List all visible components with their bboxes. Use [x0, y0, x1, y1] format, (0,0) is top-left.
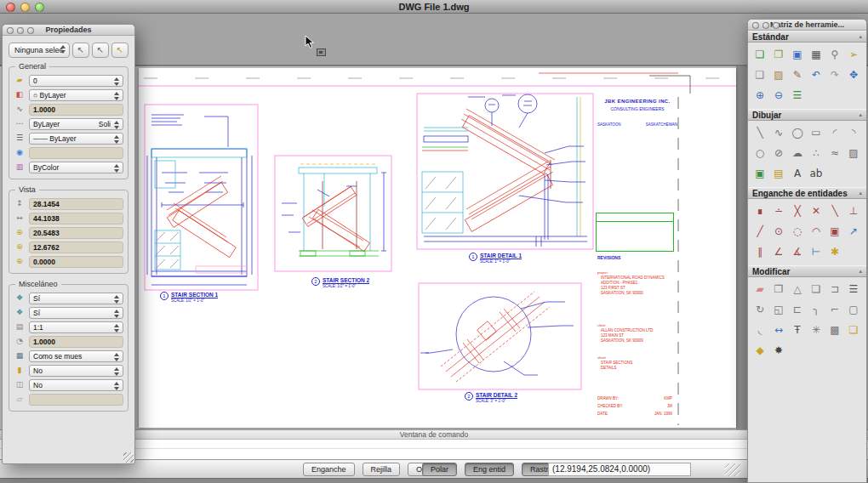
selection-filter-select[interactable]: Ninguna selec	[9, 43, 70, 58]
properties-panel-titlebar[interactable]: Propiedades	[3, 25, 134, 36]
zoom-out-icon[interactable]: ⊖	[769, 85, 788, 105]
stretch-tool-icon[interactable]: ⊏	[788, 299, 807, 320]
hatch-tool-icon[interactable]: ▨	[844, 143, 863, 163]
panel-close-icon[interactable]	[752, 22, 759, 29]
section-header-estandar[interactable]: Estándar	[748, 31, 866, 43]
linetype-select[interactable]: ByLayer Soli	[29, 118, 123, 130]
section-header-enganche[interactable]: Enganche de entidades	[748, 187, 866, 199]
image-tool-icon[interactable]: ▤	[769, 163, 788, 184]
plot-color-select[interactable]: ByColor	[29, 162, 123, 173]
ucs-icon-on-select[interactable]: Sí	[29, 293, 123, 304]
print-preview-icon[interactable]: ⚲	[825, 44, 844, 65]
extend-tool-icon[interactable]: ✳	[807, 320, 825, 340]
print-icon[interactable]: ▦	[807, 44, 825, 65]
erase-tool-icon[interactable]: ▰	[751, 279, 769, 299]
minimize-window-icon[interactable]	[20, 3, 30, 12]
polygon-tool-icon[interactable]: ◯	[788, 122, 807, 143]
snap-toggle[interactable]: Enganche	[303, 463, 355, 476]
scale-tool-icon[interactable]: ◱	[769, 299, 788, 320]
polyline-tool-icon[interactable]: ∿	[769, 122, 788, 143]
hatch-edit-icon[interactable]: ▩	[825, 320, 844, 340]
view-height-input[interactable]: 28.1454	[29, 198, 123, 210]
paper-sheet[interactable]: 1 STAIR SECTION 1 SCALE: 1/2" = 1'-0" 2 …	[139, 68, 736, 428]
copy-icon[interactable]: ❑	[751, 65, 769, 85]
chamfer-tool-icon[interactable]: ⌐	[825, 299, 844, 320]
shade-plot-select[interactable]: Como se mues	[29, 350, 123, 362]
panel-resize-grip[interactable]	[123, 452, 134, 463]
grid-toggle[interactable]: Rejilla	[363, 463, 401, 476]
snap-midpoint-icon[interactable]: ∸	[769, 201, 788, 221]
zoom-in-icon[interactable]: ⊕	[751, 85, 769, 105]
rounded-rect-icon[interactable]: ▢	[844, 299, 863, 320]
snap-nearest-icon[interactable]: ╲	[825, 201, 844, 221]
standard-scale-select[interactable]: 1:1	[29, 321, 123, 333]
arc2-tool-icon[interactable]: ◝	[844, 122, 863, 143]
ellipse-tool-icon[interactable]: ⊘	[769, 143, 788, 163]
circle-tool-icon[interactable]: ○	[751, 143, 769, 163]
block-tool-icon[interactable]: ▣	[751, 163, 769, 184]
layer-select[interactable]: 0	[29, 75, 123, 87]
brush-icon[interactable]: ✎	[788, 65, 807, 85]
line-tool-icon[interactable]: ╲	[751, 122, 769, 143]
layers-icon[interactable]: ☰	[788, 85, 807, 105]
misc-field[interactable]	[29, 394, 123, 406]
snap-settings-icon[interactable]: ✱	[825, 242, 844, 262]
locked-select[interactable]: No	[29, 365, 123, 377]
panel-minimize-icon[interactable]	[17, 27, 24, 34]
mirror-tool-icon[interactable]: △	[788, 279, 807, 299]
snap-parallel-icon[interactable]: ∥	[751, 242, 769, 262]
custom-scale-input[interactable]: 1.0000	[29, 336, 123, 348]
snap-node-icon[interactable]: ▣	[825, 221, 844, 242]
break-tool-icon[interactable]: ◟	[751, 320, 769, 340]
rectangle-tool-icon[interactable]: ▭	[807, 122, 825, 143]
esnap-toggle[interactable]: Eng entid	[465, 463, 514, 476]
field-tool-icon[interactable]: ab	[807, 163, 825, 184]
annotative-select[interactable]: No	[29, 379, 123, 391]
quick-select-button[interactable]: ↖	[111, 43, 128, 58]
explode-tool-icon[interactable]: ✸	[769, 340, 788, 361]
section-header-modificar[interactable]: Modificar	[748, 265, 866, 277]
new-file-icon[interactable]: ❏	[751, 44, 769, 65]
snap-intersection-icon[interactable]: ╳	[788, 201, 807, 221]
snap-angle-icon[interactable]: ∡	[788, 242, 807, 262]
point-tool-icon[interactable]: ∴	[807, 143, 825, 163]
panel-zoom-icon[interactable]	[773, 22, 779, 29]
redo-icon[interactable]: ↷	[825, 65, 844, 85]
snap-extension-icon[interactable]: ∠	[769, 242, 788, 262]
trim-tool-icon[interactable]: Ŧ	[788, 320, 807, 340]
zoom-window-icon[interactable]	[35, 3, 44, 12]
paste-icon[interactable]: ▨	[769, 65, 788, 85]
etransmit-icon[interactable]: ➢	[844, 44, 863, 65]
close-window-icon[interactable]	[6, 3, 15, 12]
linetype-scale-input[interactable]: 1.0000	[29, 104, 123, 116]
snap-endpoint-icon[interactable]: ∎	[751, 201, 769, 221]
open-file-icon[interactable]: ❐	[769, 44, 788, 65]
tool-panel-titlebar[interactable]: Matriz de herramie...	[748, 20, 866, 31]
window-resize-grip[interactable]	[725, 463, 740, 476]
rotate-tool-icon[interactable]: ↻	[751, 299, 769, 320]
section-header-dibujar[interactable]: Dibujar	[748, 109, 866, 121]
lengthen-tool-icon[interactable]: ↔	[769, 320, 788, 340]
revcloud-tool-icon[interactable]: ☁	[788, 143, 807, 163]
lineweight-select[interactable]: —— ByLayer	[29, 133, 123, 145]
move-tool-icon[interactable]: ❏	[807, 279, 825, 299]
center-z-input[interactable]: 0.0000	[29, 256, 123, 268]
copy-entity-icon[interactable]: ❐	[769, 279, 788, 299]
fillet-tool-icon[interactable]: ╮	[807, 299, 825, 320]
snap-apparent-icon[interactable]: ✕	[807, 201, 825, 221]
panel-minimize-icon[interactable]	[762, 22, 769, 29]
center-x-input[interactable]: 20.5483	[29, 227, 123, 239]
undo-icon[interactable]: ↶	[807, 65, 825, 85]
color-select[interactable]: ○ ByLayer	[29, 89, 123, 101]
hyperlink-field[interactable]	[29, 147, 123, 159]
text-tool-icon[interactable]: A	[788, 163, 807, 184]
spline-tool-icon[interactable]: ≈	[825, 143, 844, 163]
ucs-at-origin-select[interactable]: Sí	[29, 307, 123, 319]
view-width-input[interactable]: 44.1038	[29, 213, 123, 224]
offset-tool-icon[interactable]: ⊐	[825, 279, 844, 299]
arc-tool-icon[interactable]: ◜	[825, 122, 844, 143]
snap-center-icon[interactable]: ⊙	[769, 221, 788, 242]
panel-zoom-icon[interactable]	[27, 27, 34, 34]
boundary-tool-icon[interactable]: ◆	[751, 340, 769, 361]
snap-tangent-icon[interactable]: ◠	[807, 221, 825, 242]
